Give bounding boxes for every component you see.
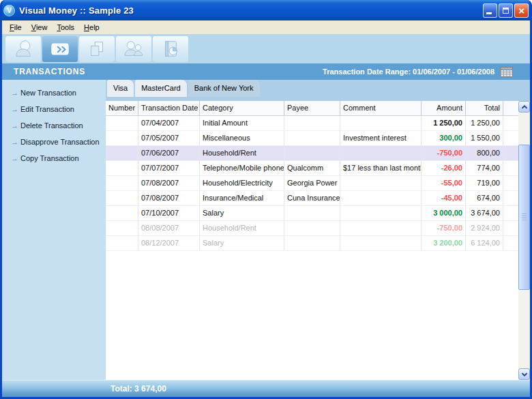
- toolbar: [2, 34, 530, 63]
- minimize-button[interactable]: [483, 3, 497, 18]
- sidebar-item-delete-transaction[interactable]: →Delete Transaction: [2, 117, 106, 134]
- sidebar-item-new-transaction[interactable]: →New Transaction: [2, 85, 106, 101]
- cell-amount: -55,00: [422, 176, 466, 191]
- cell-amount: 300,00: [422, 131, 466, 146]
- scrollbar-thumb[interactable]: [518, 145, 530, 290]
- page-title: TRANSACTIONS: [2, 67, 85, 76]
- column-header-amount[interactable]: Amount: [422, 101, 466, 116]
- table-row[interactable]: 07/07/2007Telephone/Mobile phoneQualcomm…: [106, 161, 518, 176]
- column-header-number[interactable]: Number: [106, 101, 138, 116]
- sidebar-item-label: Edit Transaction: [20, 105, 74, 113]
- cell-payee: [284, 221, 340, 236]
- cell-number: [106, 116, 138, 131]
- toolbar-button-reports[interactable]: [153, 36, 188, 62]
- table-row[interactable]: 07/04/2007Initial Amount1 250,001 250,00: [106, 116, 518, 131]
- cell-category: Initial Amount: [200, 116, 284, 131]
- cell-amount: 3 000,00: [422, 206, 466, 221]
- chevron-down-icon: [520, 370, 529, 379]
- table-row[interactable]: 08/12/2007Salary3 200,006 124,00: [106, 236, 518, 251]
- table-row[interactable]: 08/08/2007Household/Rent-750,002 924,00: [106, 221, 518, 236]
- column-header-payee[interactable]: Payee: [284, 101, 340, 116]
- cell-date: 07/08/2007: [138, 191, 200, 206]
- cell-category: Telephone/Mobile phone: [200, 161, 284, 176]
- status-bar: Total: 3 674,00: [2, 380, 530, 397]
- maximize-icon: [503, 8, 509, 14]
- cell-filler: [503, 161, 518, 176]
- scroll-up-button[interactable]: [518, 101, 530, 113]
- date-range-label: Transaction Date Range: 01/06/2007 - 01/…: [323, 68, 494, 76]
- arrow-right-icon: →: [11, 89, 20, 97]
- cell-payee: Qualcomm: [284, 161, 340, 176]
- cell-filler: [503, 206, 518, 221]
- cell-filler: [503, 176, 518, 191]
- cell-filler: [503, 146, 518, 161]
- toolbar-button-copy[interactable]: [79, 36, 115, 62]
- menu-item-view[interactable]: View: [27, 22, 53, 33]
- column-header-comment[interactable]: Comment: [340, 101, 422, 116]
- sidebar-item-copy-transaction[interactable]: →Copy Transaction: [2, 150, 106, 166]
- cell-category: Household/Electricity: [200, 176, 284, 191]
- table-row[interactable]: 07/05/2007MiscellaneousInvestment intere…: [106, 131, 518, 146]
- title-bar[interactable]: V Visual Money :: Sample 23: [0, 0, 532, 20]
- menu-item-file[interactable]: File: [5, 22, 27, 33]
- table-header: NumberTransaction DateCategoryPayeeComme…: [106, 101, 518, 116]
- cell-comment: [340, 146, 422, 161]
- cell-total: 1 550,00: [466, 131, 503, 146]
- cell-payee: Georgia Power: [284, 176, 340, 191]
- cell-payee: [284, 116, 340, 131]
- cell-filler: [503, 236, 518, 251]
- column-header-category[interactable]: Category: [200, 101, 284, 116]
- cell-total: 6 124,00: [466, 236, 503, 251]
- arrow-right-icon: →: [11, 138, 20, 146]
- total-label: Total: 3 674,00: [110, 384, 166, 394]
- maximize-button[interactable]: [499, 3, 513, 18]
- window-controls: [483, 3, 529, 18]
- tab-bank-of-new-york[interactable]: Bank of New York: [188, 80, 260, 97]
- toolbar-button-accounts[interactable]: [5, 36, 41, 62]
- cell-number: [106, 146, 138, 161]
- cell-total: 2 924,00: [466, 221, 503, 236]
- cell-comment: $17 less than last month: [340, 161, 422, 176]
- table-row[interactable]: 07/10/2007Salary3 000,003 674,00: [106, 206, 518, 221]
- cell-total: 719,00: [466, 176, 503, 191]
- arrow-right-icon: →: [11, 105, 20, 113]
- table-row[interactable]: 07/08/2007Insurance/MedicalCuna Insuranc…: [106, 191, 518, 206]
- table-row[interactable]: 07/06/2007Household/Rent-750,00800,00: [106, 146, 518, 161]
- vertical-scrollbar[interactable]: [518, 101, 530, 380]
- cell-category: Household/Rent: [200, 146, 284, 161]
- cell-date: 07/08/2007: [138, 176, 200, 191]
- cell-amount: -45,00: [422, 191, 466, 206]
- column-header-transaction-date[interactable]: Transaction Date: [138, 101, 200, 116]
- users-icon: [123, 39, 144, 59]
- toolbar-button-payees[interactable]: [116, 36, 151, 62]
- close-button[interactable]: [514, 3, 529, 18]
- cell-number: [106, 221, 138, 236]
- cell-amount: -750,00: [422, 146, 466, 161]
- sidebar-item-edit-transaction[interactable]: →Edit Transaction: [2, 101, 106, 117]
- user-icon: [13, 39, 33, 59]
- menu-bar: FileViewToolsHelp: [2, 20, 530, 34]
- calendar-icon[interactable]: [500, 65, 514, 78]
- account-tab-strip: VisaMasterCardBank of New York: [106, 80, 530, 101]
- scroll-down-button[interactable]: [518, 368, 530, 380]
- documents-icon: [87, 39, 107, 59]
- cell-date: 08/08/2007: [138, 221, 200, 236]
- menu-item-help[interactable]: Help: [79, 22, 104, 33]
- tab-visa[interactable]: Visa: [107, 80, 134, 97]
- cell-number: [106, 131, 138, 146]
- toolbar-button-transactions[interactable]: [42, 36, 78, 62]
- cell-payee: [284, 131, 340, 146]
- sidebar-item-disapprove-transaction[interactable]: →Disapprove Transaction: [2, 134, 106, 150]
- tab-mastercard[interactable]: MasterCard: [135, 80, 186, 97]
- cell-category: Salary: [200, 236, 284, 251]
- menu-item-tools[interactable]: Tools: [52, 22, 79, 33]
- scrollbar-grip-icon: [522, 213, 527, 222]
- cell-date: 07/04/2007: [138, 116, 200, 131]
- column-header-total[interactable]: Total: [466, 101, 503, 116]
- cell-date: 07/07/2007: [138, 161, 200, 176]
- table-row[interactable]: 07/08/2007Household/ElectricityGeorgia P…: [106, 176, 518, 191]
- cell-amount: 1 250,00: [422, 116, 466, 131]
- main-area: →New Transaction→Edit Transaction→Delete…: [2, 80, 530, 380]
- cell-number: [106, 176, 138, 191]
- cell-total: 674,00: [466, 191, 503, 206]
